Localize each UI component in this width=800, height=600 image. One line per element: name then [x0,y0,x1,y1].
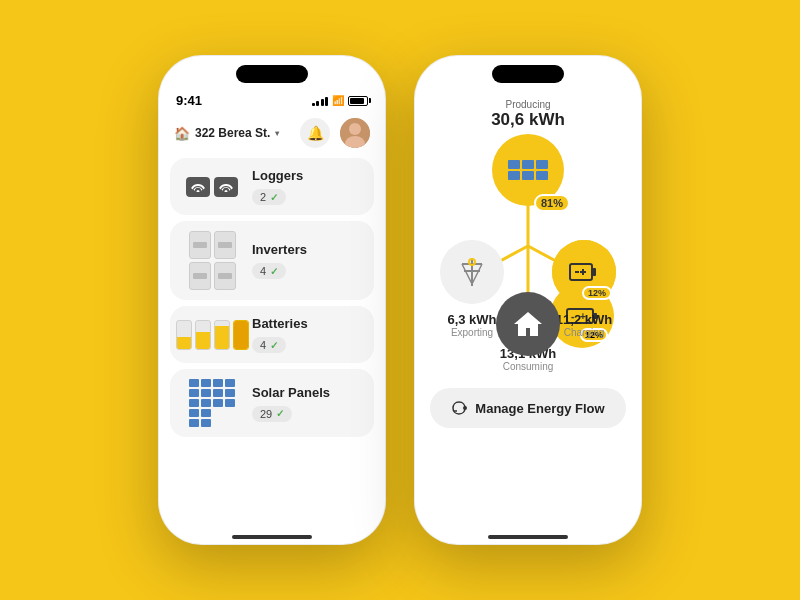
battery-name: Batteries [252,316,360,331]
status-icons: 📶 [312,95,369,106]
bell-icon[interactable]: 🔔 [300,118,330,148]
battery-sub: Charging [550,327,618,338]
energy-flow: 81% [414,134,642,380]
signal-icon [312,96,329,106]
right-phone: Producing 30,6 kWh 81% [414,55,642,545]
home-icon: 🏠 [174,126,190,141]
solar-badge: 29 ✓ [252,406,292,422]
svg-line-11 [472,264,482,284]
tower-icon [456,256,488,288]
inverter-icon-area [184,231,240,290]
home-sub: Consuming [500,361,556,372]
check-icon: ✓ [270,266,278,277]
logger-name: Loggers [252,168,360,183]
address-text: 322 Berea St. [195,126,270,140]
check-icon: ✓ [270,192,278,203]
status-time: 9:41 [176,93,202,108]
solar-name: Solar Panels [252,385,360,400]
status-bar: 9:41 📶 [158,55,386,114]
device-list: Loggers 2 ✓ [158,158,386,437]
battery-percent: 12% [582,286,612,300]
svg-point-1 [349,123,361,135]
logger-count: 2 [260,191,266,203]
flow-middle: 6,3 kWh Exporting - + 12% [438,196,618,356]
check-icon: ✓ [270,340,278,351]
inverter-name: Inverters [252,242,360,257]
list-item[interactable]: Loggers 2 ✓ [170,158,374,215]
inverter-info: Inverters 4 ✓ [252,242,360,279]
home-indicator-right [488,535,568,539]
address-row[interactable]: 🏠 322 Berea St. ▾ [174,126,279,141]
home-indicator [232,535,312,539]
inverter-badge: 4 ✓ [252,263,286,279]
home-node [496,292,560,356]
manage-btn-label: Manage Energy Flow [475,401,604,416]
avatar[interactable] [340,118,370,148]
logger-info: Loggers 2 ✓ [252,168,360,205]
svg-marker-22 [514,312,542,336]
battery-icon-area [184,320,240,350]
solar-info: Solar Panels 29 ✓ [252,385,360,422]
battery-icon [348,96,368,106]
battery-info: Batteries 4 ✓ [252,316,360,353]
list-item[interactable]: Inverters 4 ✓ [170,221,374,300]
producing-value: 30,6 kWh [414,110,642,130]
chevron-down-icon: ▾ [275,129,279,138]
wifi-box-1 [186,177,210,197]
dynamic-island-right [492,65,564,83]
manage-energy-flow-button[interactable]: Manage Energy Flow [430,388,626,428]
list-item[interactable]: Batteries 4 ✓ [170,306,374,363]
phone-header: 🏠 322 Berea St. ▾ 🔔 [158,114,386,158]
left-phone: 9:41 📶 🏠 322 Berea St. ▾ [158,55,386,545]
wifi-box-2 [214,177,238,197]
battery-kwh: 11,2 kWh [550,312,618,327]
header-right: 🔔 [300,118,370,148]
inverter-count: 4 [260,265,266,277]
battery-badge: 4 ✓ [252,337,286,353]
svg-line-10 [462,264,472,284]
house-icon [512,308,544,340]
logger-badge: 2 ✓ [252,189,286,205]
svg-rect-18 [592,268,596,276]
solar-count: 29 [260,408,272,420]
producing-label: Producing [414,99,642,110]
list-item[interactable]: Solar Panels 29 ✓ [170,369,374,437]
check-icon: ✓ [276,408,284,419]
svg-point-23 [463,406,467,410]
manage-icon [451,400,467,416]
grid-node [440,240,504,304]
battery-node-wrapper: 12% [552,240,616,304]
dynamic-island [236,65,308,83]
solar-icon-area [184,379,240,427]
battery-label-area: 11,2 kWh Charging [550,312,618,338]
battery-count: 4 [260,339,266,351]
wifi-icon: 📶 [332,95,344,106]
logger-icon-area [184,177,240,197]
